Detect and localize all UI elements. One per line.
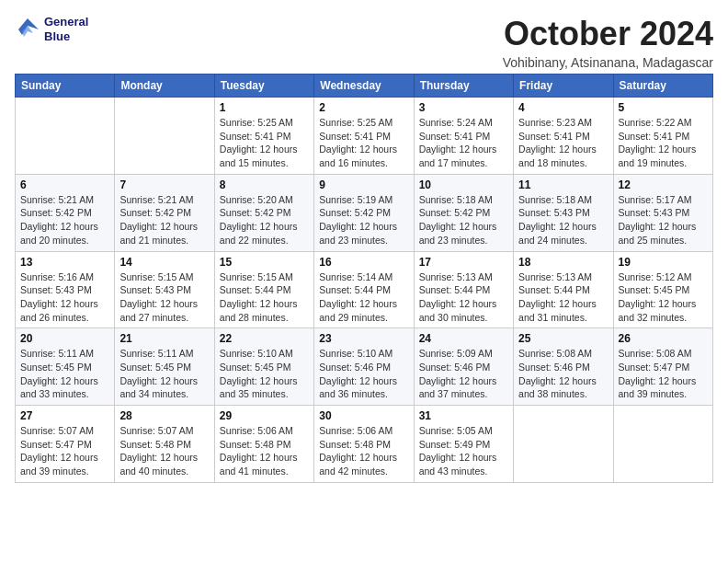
calendar-cell: 27Sunrise: 5:07 AMSunset: 5:47 PMDayligh…: [16, 406, 115, 483]
calendar-cell: 20Sunrise: 5:11 AMSunset: 5:45 PMDayligh…: [16, 328, 115, 406]
day-info: Sunrise: 5:25 AMSunset: 5:41 PMDaylight:…: [319, 116, 408, 170]
sunset-text: Sunset: 5:44 PM: [518, 284, 590, 295]
weekday-label: Sunday: [16, 75, 115, 98]
logo: GeneralBlue: [15, 15, 88, 43]
daylight-text: Daylight: 12 hours and 43 minutes.: [419, 452, 497, 477]
daylight-text: Daylight: 12 hours and 22 minutes.: [220, 221, 298, 246]
calendar-cell: 22Sunrise: 5:10 AMSunset: 5:45 PMDayligh…: [214, 328, 313, 406]
day-number: 13: [20, 256, 109, 269]
sunrise-text: Sunrise: 5:10 AM: [220, 348, 293, 359]
calendar-cell: 5Sunrise: 5:22 AMSunset: 5:41 PMDaylight…: [613, 98, 712, 175]
day-info: Sunrise: 5:19 AMSunset: 5:42 PMDaylight:…: [319, 193, 408, 247]
calendar-cell: 9Sunrise: 5:19 AMSunset: 5:42 PMDaylight…: [314, 174, 414, 251]
calendar-cell: 19Sunrise: 5:12 AMSunset: 5:45 PMDayligh…: [613, 251, 712, 328]
sunrise-text: Sunrise: 5:16 AM: [20, 271, 94, 282]
calendar-cell: 4Sunrise: 5:23 AMSunset: 5:41 PMDaylight…: [514, 98, 613, 175]
daylight-text: Daylight: 12 hours and 40 minutes.: [119, 452, 198, 477]
day-info: Sunrise: 5:18 AMSunset: 5:42 PMDaylight:…: [419, 193, 508, 247]
calendar-cell: 8Sunrise: 5:20 AMSunset: 5:42 PMDaylight…: [214, 174, 313, 251]
calendar-location: Vohibinany, Atsinanana, Madagascar: [503, 55, 713, 70]
sunrise-text: Sunrise: 5:07 AM: [119, 425, 193, 436]
sunrise-text: Sunrise: 5:10 AM: [319, 348, 392, 359]
daylight-text: Daylight: 12 hours and 35 minutes.: [220, 375, 298, 400]
logo-icon: [15, 17, 40, 42]
day-number: 2: [319, 101, 408, 114]
sunset-text: Sunset: 5:41 PM: [220, 131, 291, 142]
sunrise-text: Sunrise: 5:21 AM: [119, 194, 193, 205]
sunrise-text: Sunrise: 5:25 AM: [220, 117, 293, 128]
sunrise-text: Sunrise: 5:18 AM: [518, 194, 592, 205]
sunrise-text: Sunrise: 5:05 AM: [419, 425, 493, 436]
daylight-text: Daylight: 12 hours and 41 minutes.: [220, 452, 298, 477]
daylight-text: Daylight: 12 hours and 21 minutes.: [119, 221, 198, 246]
sunset-text: Sunset: 5:47 PM: [619, 362, 690, 373]
day-number: 6: [20, 178, 109, 191]
day-number: 21: [119, 332, 209, 345]
day-number: 7: [119, 178, 209, 191]
title-block: October 2024 Vohibinany, Atsinanana, Mad…: [503, 15, 713, 70]
daylight-text: Daylight: 12 hours and 29 minutes.: [319, 298, 397, 323]
day-number: 8: [220, 178, 309, 191]
calendar-cell: 26Sunrise: 5:08 AMSunset: 5:47 PMDayligh…: [613, 328, 712, 406]
day-info: Sunrise: 5:10 AMSunset: 5:46 PMDaylight:…: [319, 347, 408, 401]
calendar-cell: [514, 406, 613, 483]
svg-marker-0: [18, 18, 39, 35]
day-number: 9: [319, 178, 408, 191]
day-info: Sunrise: 5:20 AMSunset: 5:42 PMDaylight:…: [220, 193, 309, 247]
sunset-text: Sunset: 5:43 PM: [119, 284, 191, 295]
weekday-label: Wednesday: [314, 75, 414, 98]
day-info: Sunrise: 5:16 AMSunset: 5:43 PMDaylight:…: [20, 270, 109, 325]
calendar-cell: 28Sunrise: 5:07 AMSunset: 5:48 PMDayligh…: [115, 406, 214, 483]
sunset-text: Sunset: 5:49 PM: [419, 439, 491, 450]
calendar-body: 1Sunrise: 5:25 AMSunset: 5:41 PMDaylight…: [16, 98, 713, 483]
daylight-text: Daylight: 12 hours and 27 minutes.: [119, 298, 198, 323]
sunrise-text: Sunrise: 5:17 AM: [619, 194, 692, 205]
sunset-text: Sunset: 5:47 PM: [20, 439, 92, 450]
day-info: Sunrise: 5:06 AMSunset: 5:48 PMDaylight:…: [220, 424, 309, 478]
sunset-text: Sunset: 5:41 PM: [319, 131, 391, 142]
sunset-text: Sunset: 5:43 PM: [619, 207, 690, 218]
sunset-text: Sunset: 5:44 PM: [220, 284, 291, 295]
daylight-text: Daylight: 12 hours and 32 minutes.: [619, 298, 697, 323]
weekday-label: Thursday: [414, 75, 513, 98]
day-number: 25: [518, 332, 608, 345]
day-number: 5: [619, 101, 708, 114]
day-number: 19: [619, 256, 708, 269]
calendar-cell: 31Sunrise: 5:05 AMSunset: 5:49 PMDayligh…: [414, 406, 513, 483]
calendar-cell: [16, 98, 115, 175]
daylight-text: Daylight: 12 hours and 34 minutes.: [119, 375, 198, 400]
day-info: Sunrise: 5:10 AMSunset: 5:45 PMDaylight:…: [220, 347, 309, 401]
day-number: 17: [419, 256, 508, 269]
sunset-text: Sunset: 5:46 PM: [319, 362, 391, 373]
calendar-cell: 10Sunrise: 5:18 AMSunset: 5:42 PMDayligh…: [414, 174, 513, 251]
calendar-title: October 2024: [503, 15, 713, 53]
calendar-cell: 7Sunrise: 5:21 AMSunset: 5:42 PMDaylight…: [115, 174, 214, 251]
daylight-text: Daylight: 12 hours and 31 minutes.: [518, 298, 597, 323]
calendar-cell: 12Sunrise: 5:17 AMSunset: 5:43 PMDayligh…: [613, 174, 712, 251]
daylight-text: Daylight: 12 hours and 39 minutes.: [619, 375, 697, 400]
sunrise-text: Sunrise: 5:24 AM: [419, 117, 493, 128]
sunrise-text: Sunrise: 5:14 AM: [319, 271, 392, 282]
day-info: Sunrise: 5:15 AMSunset: 5:44 PMDaylight:…: [220, 270, 309, 325]
sunrise-text: Sunrise: 5:06 AM: [220, 425, 293, 436]
day-info: Sunrise: 5:21 AMSunset: 5:42 PMDaylight:…: [20, 193, 109, 247]
calendar-cell: 29Sunrise: 5:06 AMSunset: 5:48 PMDayligh…: [214, 406, 313, 483]
calendar-cell: 24Sunrise: 5:09 AMSunset: 5:46 PMDayligh…: [414, 328, 513, 406]
day-number: 11: [518, 178, 608, 191]
daylight-text: Daylight: 12 hours and 23 minutes.: [419, 221, 497, 246]
day-info: Sunrise: 5:13 AMSunset: 5:44 PMDaylight:…: [518, 270, 608, 325]
day-info: Sunrise: 5:14 AMSunset: 5:44 PMDaylight:…: [319, 270, 408, 325]
day-info: Sunrise: 5:24 AMSunset: 5:41 PMDaylight:…: [419, 116, 508, 170]
calendar-cell: 23Sunrise: 5:10 AMSunset: 5:46 PMDayligh…: [314, 328, 414, 406]
sunrise-text: Sunrise: 5:22 AM: [619, 117, 692, 128]
weekday-label: Friday: [514, 75, 613, 98]
day-number: 27: [20, 409, 109, 422]
daylight-text: Daylight: 12 hours and 15 minutes.: [220, 144, 298, 168]
day-number: 4: [518, 101, 608, 114]
calendar-cell: 17Sunrise: 5:13 AMSunset: 5:44 PMDayligh…: [414, 251, 513, 328]
day-number: 14: [119, 256, 209, 269]
weekday-header-row: SundayMondayTuesdayWednesdayThursdayFrid…: [16, 75, 713, 98]
sunrise-text: Sunrise: 5:25 AM: [319, 117, 392, 128]
day-info: Sunrise: 5:12 AMSunset: 5:45 PMDaylight:…: [619, 270, 708, 325]
weekday-label: Monday: [115, 75, 214, 98]
